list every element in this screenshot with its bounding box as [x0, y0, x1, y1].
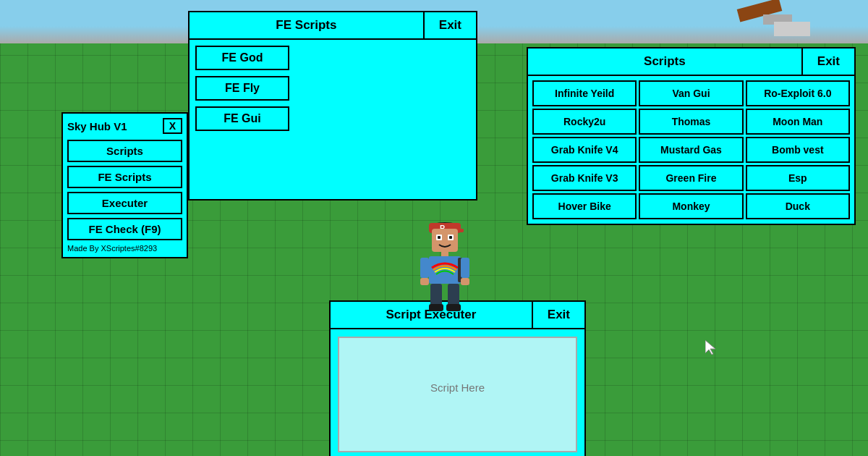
svg-rect-16	[461, 258, 469, 278]
script-grid-item-5[interactable]: Moon Man	[746, 109, 850, 135]
script-grid-item-7[interactable]: Mustard Gas	[639, 137, 743, 163]
executer-panel: Script Executer Exit	[329, 300, 586, 456]
script-grid-item-14[interactable]: Duck	[746, 193, 850, 219]
script-grid-item-11[interactable]: Esp	[746, 165, 850, 191]
svg-rect-18	[461, 278, 469, 285]
scripts-topbar: Scripts Exit	[528, 48, 854, 76]
script-grid-item-12[interactable]: Hover Bike	[532, 193, 637, 219]
executer-content	[331, 329, 584, 456]
script-grid-item-1[interactable]: Van Gui	[639, 80, 743, 106]
skyhub-close-button[interactable]: X	[163, 118, 182, 134]
svg-rect-7	[432, 229, 458, 252]
script-grid-item-4[interactable]: Thomas	[639, 109, 743, 135]
decorative-objects	[723, 0, 810, 43]
script-grid-item-6[interactable]: Grab Knife V4	[532, 137, 637, 163]
svg-rect-12	[441, 252, 448, 256]
svg-marker-23	[705, 340, 715, 355]
fescripts-exit-button[interactable]: Exit	[425, 12, 476, 38]
skyhub-title: Sky Hub V1	[67, 120, 127, 132]
mouse-cursor	[705, 340, 717, 355]
script-textarea[interactable]	[338, 337, 577, 452]
skyhub-header: Sky Hub V1 X	[67, 118, 182, 134]
script-grid-item-8[interactable]: Bomb vest	[746, 137, 850, 163]
svg-rect-19	[430, 284, 442, 305]
fescripts-topbar: FE Scripts Exit	[190, 12, 476, 40]
svg-rect-22	[446, 304, 461, 311]
script-grid-item-2[interactable]: Ro-Exploit 6.0	[746, 80, 850, 106]
svg-rect-10	[438, 236, 441, 239]
fecheck-button[interactable]: FE Check (F9)	[67, 218, 182, 240]
scripts-grid: Infinite YeildVan GuiRo-Exploit 6.0Rocky…	[528, 76, 854, 224]
executer-button[interactable]: Executer	[67, 192, 182, 214]
scripts-button[interactable]: Scripts	[67, 140, 182, 162]
script-grid-item-3[interactable]: Rocky2u	[532, 109, 637, 135]
executer-exit-button[interactable]: Exit	[533, 302, 584, 328]
script-grid-item-0[interactable]: Infinite Yeild	[532, 80, 637, 106]
skyhub-panel: Sky Hub V1 X Scripts FE Scripts Executer…	[61, 112, 188, 258]
svg-rect-15	[420, 258, 429, 278]
fescripts-tab[interactable]: FE Scripts	[190, 12, 425, 38]
scripts-exit-button[interactable]: Exit	[803, 48, 854, 75]
fescripts-content: FE God FE Fly FE Gui	[190, 40, 476, 199]
svg-rect-21	[429, 304, 443, 311]
script-grid-item-13[interactable]: Monkey	[639, 193, 743, 219]
roblox-character: R	[416, 203, 474, 304]
fescripts-button[interactable]: FE Scripts	[67, 166, 182, 188]
svg-rect-17	[420, 278, 429, 285]
fegod-button[interactable]: FE God	[195, 46, 289, 70]
footer-text: Made By XScriptes#8293	[67, 244, 182, 253]
scripts-panel: Scripts Exit Infinite YeildVan GuiRo-Exp…	[527, 47, 856, 225]
script-grid-item-9[interactable]: Grab Knife V3	[532, 165, 637, 191]
script-grid-item-10[interactable]: Green Fire	[639, 165, 743, 191]
svg-rect-20	[448, 284, 459, 305]
fescripts-panel: FE Scripts Exit FE God FE Fly FE Gui	[188, 11, 477, 200]
fegui-button[interactable]: FE Gui	[195, 106, 289, 131]
scripts-tab[interactable]: Scripts	[528, 48, 803, 75]
fefly-button[interactable]: FE Fly	[195, 76, 289, 101]
svg-rect-2	[774, 22, 810, 36]
svg-rect-11	[449, 236, 452, 239]
